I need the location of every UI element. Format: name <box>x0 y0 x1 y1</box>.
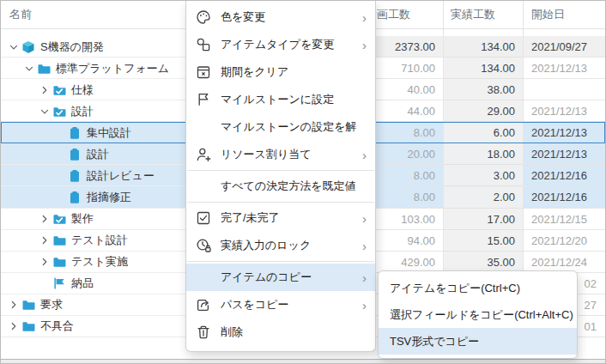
context-menu-item[interactable]: 期間をクリア <box>186 58 375 86</box>
column-header-start[interactable]: 開始日 <box>523 1 605 28</box>
actual-hours-cell[interactable]: 29.00 <box>443 100 523 122</box>
person-add-icon <box>195 146 212 163</box>
milestone-flag-icon <box>52 276 67 290</box>
context-menu-item[interactable]: アイテムタイプを変更› <box>186 31 375 58</box>
context-menu-item[interactable]: 完了/未完了› <box>186 204 375 232</box>
start-date-cell[interactable]: 2021/12/13 <box>523 143 605 165</box>
start-date-cell[interactable]: 2021/12/16 <box>523 165 605 186</box>
tree-item-label: 標準プラットフォーム <box>56 61 169 76</box>
folder-check-icon <box>52 83 67 97</box>
submenu-item[interactable]: TSV形式でコピー <box>379 328 577 355</box>
context-menu-item[interactable]: 実績入力のロック› <box>186 232 375 259</box>
start-date-cell[interactable]: 2021/12/16 <box>523 186 605 208</box>
menu-item-label: マイルストーンの設定を解除 <box>221 119 356 135</box>
actual-hours-cell[interactable]: 17.00 <box>443 209 523 230</box>
menu-separator <box>187 202 374 203</box>
tree-item-label: 設計 <box>71 104 94 119</box>
start-date-cell[interactable] <box>523 79 605 100</box>
actual-hours-cell[interactable]: 35.00 <box>443 252 523 273</box>
context-menu-item[interactable]: マイルストーンに設定 <box>186 86 375 113</box>
tree-item-label: S機器の開発 <box>40 39 104 55</box>
submenu-item[interactable]: 選択フィールドをコピー(Ctrl+Alt+C) <box>379 301 577 328</box>
chevron-down-icon[interactable] <box>6 42 21 52</box>
lock-clock-icon <box>195 237 212 254</box>
chevron-right-icon[interactable] <box>37 85 52 95</box>
menu-separator <box>187 170 374 171</box>
context-menu-item[interactable]: アイテムのコピー› <box>186 264 375 291</box>
actual-hours-cell[interactable]: 18.00 <box>443 143 523 165</box>
chevron-down-icon[interactable] <box>37 106 52 117</box>
menu-separator <box>187 261 374 262</box>
folder-icon <box>21 298 36 312</box>
submenu-arrow-icon: › <box>356 212 367 225</box>
tree-item-label: 製作 <box>71 211 94 227</box>
start-date-cell[interactable]: 2021/12/13 <box>523 58 605 79</box>
tree-item-label: 設計レビュー <box>87 168 155 184</box>
chevron-right-icon[interactable] <box>37 235 52 246</box>
menu-item-label: すべての決定方法を既定値に戻す <box>221 179 356 194</box>
actual-hours-cell[interactable]: 15.00 <box>443 230 523 252</box>
task-icon <box>67 126 82 140</box>
column-header-actual[interactable]: 実績工数 <box>443 1 523 28</box>
menu-icon-spacer <box>195 118 212 136</box>
context-menu-item[interactable]: 色を変更› <box>186 3 375 31</box>
start-date-cell[interactable]: 2021/12/15 <box>523 209 605 230</box>
tree-item-label: 仕様 <box>71 82 94 98</box>
context-menu-item[interactable]: パスをコピー› <box>186 291 375 318</box>
submenu-arrow-icon: › <box>356 299 367 312</box>
tree-item-label: 不具合 <box>40 318 74 334</box>
submenu-item[interactable]: アイテムをコピー(Ctrl+C) <box>379 275 577 301</box>
start-date-cell[interactable]: 2021/12/20 <box>523 230 605 252</box>
tree-item-label: テスト設計 <box>71 233 128 248</box>
actual-hours-cell[interactable]: 3.00 <box>443 165 523 186</box>
chevron-right-icon[interactable] <box>6 300 21 310</box>
context-menu-item[interactable]: すべての決定方法を既定値に戻す <box>186 173 375 200</box>
menu-item-label: 実績入力のロック <box>221 238 356 253</box>
actual-hours-cell[interactable]: 38.00 <box>443 79 523 100</box>
tree-item-label: 指摘修正 <box>87 190 131 205</box>
menu-item-label: リソース割り当て <box>221 147 356 162</box>
submenu-item-label: アイテムをコピー(Ctrl+C) <box>390 281 520 296</box>
chevron-right-icon[interactable] <box>37 214 52 224</box>
menu-item-label: アイテムのコピー <box>221 270 356 285</box>
folder-icon <box>36 62 52 76</box>
copy-path-icon <box>195 296 212 313</box>
submenu-arrow-icon: › <box>356 11 367 24</box>
palette-icon <box>195 9 212 26</box>
start-date-cell[interactable]: 2021/09/27 <box>523 36 605 58</box>
actual-hours-cell[interactable]: 134.00 <box>443 58 523 79</box>
chevron-right-icon[interactable] <box>37 257 52 267</box>
tree-item-label: 設計 <box>87 147 109 162</box>
horizontal-scrollbar-track[interactable] <box>1 359 605 363</box>
menu-item-label: 完了/未完了 <box>221 210 356 226</box>
folder-check-icon <box>52 105 67 118</box>
actual-hours-cell[interactable]: 6.00 <box>443 122 523 143</box>
tree-item-label: 要求 <box>40 297 63 312</box>
menu-item-label: アイテムタイプを変更 <box>221 37 356 52</box>
menu-item-label: マイルストーンに設定 <box>221 92 356 107</box>
tree-item-label: テスト実施 <box>71 254 128 270</box>
context-menu: 色を変更›アイテムタイプを変更›期間をクリアマイルストーンに設定マイルストーンの… <box>185 1 376 352</box>
copy-submenu: アイテムをコピー(Ctrl+C)選択フィールドをコピー(Ctrl+Alt+C)T… <box>378 270 578 359</box>
submenu-item-label: 選択フィールドをコピー(Ctrl+Alt+C) <box>390 307 573 323</box>
chevron-right-icon[interactable] <box>6 321 21 331</box>
task-icon <box>67 148 82 161</box>
actual-hours-cell[interactable]: 134.00 <box>443 36 523 58</box>
tree-item-label: 納品 <box>71 276 94 291</box>
chevron-down-icon[interactable] <box>21 64 36 74</box>
start-date-cell[interactable]: 2021/12/24 <box>523 252 605 273</box>
task-icon <box>67 169 82 183</box>
actual-hours-cell[interactable]: 2.00 <box>443 186 523 208</box>
folder-icon <box>21 319 36 333</box>
menu-item-label: 色を変更 <box>221 9 356 25</box>
project-wbs-window: 名前 計画工数 実績工数 開始日 S機器の開発2373.00134.002021… <box>0 0 606 364</box>
menu-icon-spacer <box>195 178 212 195</box>
start-date-cell[interactable]: 2021/12/13 <box>523 100 605 122</box>
menu-item-label: 削除 <box>221 325 356 340</box>
submenu-arrow-icon: › <box>356 240 367 252</box>
start-date-cell[interactable]: 2021/12/13 <box>523 122 605 143</box>
context-menu-item[interactable]: マイルストーンの設定を解除 <box>186 113 375 141</box>
context-menu-item[interactable]: 削除 <box>186 318 375 346</box>
context-menu-item[interactable]: リソース割り当て› <box>186 141 375 168</box>
folder-icon <box>52 255 67 269</box>
